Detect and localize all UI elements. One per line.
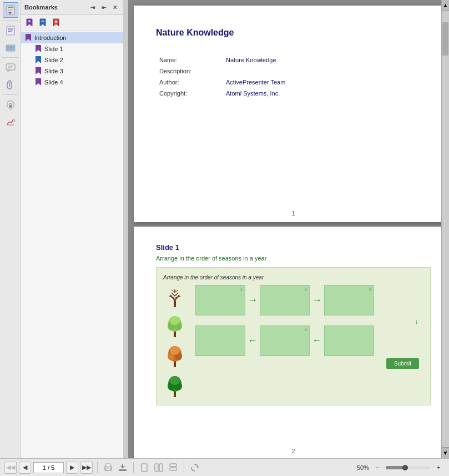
- svg-rect-33: [174, 300, 176, 307]
- bookmark-label-slide4: Slide 4: [44, 79, 63, 86]
- svg-marker-28: [26, 34, 31, 41]
- bookmark-item-slide2[interactable]: Slide 2: [21, 54, 123, 66]
- arrow-left-2: ←: [312, 335, 322, 347]
- introduction-icon: [24, 34, 32, 42]
- bookmarks-tool[interactable]: [3, 2, 18, 18]
- svg-rect-2: [8, 9, 13, 9]
- rotate-icon[interactable]: [189, 462, 201, 474]
- sidebar-title: Bookmarks: [24, 4, 88, 11]
- table-row: Author: ActivePresenter Team: [156, 77, 289, 88]
- season-cell-4[interactable]: [324, 325, 374, 356]
- label-name: Name:: [156, 54, 223, 66]
- zoom-label: 50%: [357, 464, 369, 471]
- bookmarks-panel: Bookmarks ⇥ ⇤ ✕ Intr: [21, 0, 124, 458]
- edit-bookmark-icon[interactable]: [37, 17, 49, 29]
- comments-tool[interactable]: [3, 60, 18, 76]
- table-row: Name: Nature Knowledge: [156, 54, 289, 66]
- cell-num-3: 3: [369, 287, 371, 292]
- svg-rect-11: [6, 49, 15, 51]
- season-cell-1[interactable]: 1: [195, 285, 245, 315]
- value-author: ActivePresenter Team: [223, 77, 289, 88]
- seasons-box: Arrange in the order of seasons in a yea…: [156, 267, 431, 405]
- svg-point-57: [170, 376, 180, 385]
- zoom-thumb[interactable]: [402, 465, 408, 470]
- down-arrow-row: ↓: [195, 318, 423, 325]
- scroll-track: [442, 11, 449, 447]
- close-panel-icon[interactable]: ✕: [110, 2, 120, 12]
- scroll-icon[interactable]: [167, 462, 179, 474]
- svg-rect-59: [106, 464, 110, 467]
- arrow-right-2: →: [312, 294, 322, 306]
- svg-rect-6: [8, 28, 13, 29]
- down-arrow: ↓: [415, 318, 418, 325]
- bookmark-item-introduction[interactable]: Introduction: [21, 32, 123, 43]
- layers-tool[interactable]: [3, 39, 18, 55]
- svg-marker-69: [196, 466, 198, 468]
- scroll-up-btn[interactable]: ▲: [442, 0, 449, 11]
- svg-rect-3: [8, 11, 12, 11]
- right-scrollbar[interactable]: ▲ ▼: [441, 0, 449, 458]
- seasons-box-title: Arrange in the order of seasons in a yea…: [163, 274, 423, 280]
- page1-info-table: Name: Nature Knowledge Description: Auth…: [156, 54, 289, 99]
- svg-rect-66: [159, 464, 163, 472]
- season-cell-6[interactable]: [195, 325, 245, 356]
- security-tool[interactable]: [3, 97, 18, 113]
- scroll-down-btn[interactable]: ▼: [442, 447, 449, 458]
- single-page-icon[interactable]: [138, 462, 150, 474]
- separator-3: [184, 462, 184, 473]
- zoom-out-icon[interactable]: −: [371, 462, 384, 474]
- bookmark-list: Introduction Slide 1 Slide 2: [21, 31, 123, 458]
- svg-marker-23: [40, 19, 46, 26]
- svg-rect-65: [155, 464, 158, 472]
- svg-rect-68: [170, 468, 176, 470]
- svg-line-42: [175, 290, 178, 292]
- separator-1: [97, 462, 98, 473]
- print-icon[interactable]: [102, 462, 114, 474]
- expand-icon[interactable]: ⇥: [88, 2, 98, 12]
- signatures-tool[interactable]: [3, 114, 18, 129]
- tree-spring: [163, 315, 186, 338]
- nav-next-btn[interactable]: ▶: [66, 462, 78, 474]
- svg-rect-63: [122, 464, 123, 467]
- page-1: Nature Knowledge Name: Nature Knowledge …: [134, 6, 441, 222]
- download-icon[interactable]: [117, 462, 129, 474]
- resize-handle[interactable]: ⋮: [124, 0, 128, 458]
- bookmark-item-slide4[interactable]: Slide 4: [21, 77, 123, 88]
- label-description: Description:: [156, 66, 223, 77]
- season-cell-2[interactable]: 2: [260, 285, 310, 315]
- svg-line-41: [171, 290, 175, 292]
- svg-rect-64: [142, 464, 147, 472]
- two-page-icon[interactable]: [153, 462, 165, 474]
- svg-line-39: [175, 293, 178, 296]
- tree-autumn: [163, 345, 186, 368]
- page-tool[interactable]: [3, 23, 18, 38]
- value-description: [223, 66, 289, 77]
- collapse-icon[interactable]: ⇤: [99, 2, 109, 12]
- left-toolbar: [0, 0, 21, 458]
- submit-button[interactable]: Submit: [386, 358, 419, 369]
- nav-prev-btn[interactable]: ◀: [19, 462, 31, 474]
- bookmark-item-slide3[interactable]: Slide 3: [21, 66, 123, 77]
- nav-last-btn[interactable]: ▶▶: [80, 462, 93, 474]
- svg-point-19: [13, 119, 15, 122]
- svg-rect-10: [6, 47, 15, 49]
- add-bookmark-icon[interactable]: [23, 17, 36, 29]
- page1-number: 1: [291, 210, 295, 217]
- tree-column: [163, 285, 191, 398]
- zoom-in-icon[interactable]: +: [432, 462, 445, 474]
- scroll-thumb[interactable]: [442, 22, 448, 56]
- svg-rect-8: [8, 31, 12, 32]
- bookmark-item-slide1[interactable]: Slide 1: [21, 43, 123, 54]
- seasons-grid-wrapper: 1 → 2 → 3 ↓: [195, 285, 423, 373]
- zoom-slider[interactable]: [386, 466, 430, 469]
- nav-first-btn[interactable]: ◀◀: [4, 462, 17, 474]
- svg-marker-20: [27, 19, 32, 26]
- grid-row-2: ← 4 ←: [195, 325, 423, 356]
- delete-bookmark-icon[interactable]: [50, 17, 62, 29]
- page-input[interactable]: [33, 462, 64, 473]
- season-cell-3[interactable]: 3: [324, 285, 374, 315]
- season-cell-5[interactable]: 4: [260, 325, 310, 356]
- cell-num-1: 1: [240, 287, 243, 292]
- attachments-tool[interactable]: [3, 77, 18, 92]
- bookmark-toolbar: [21, 15, 123, 31]
